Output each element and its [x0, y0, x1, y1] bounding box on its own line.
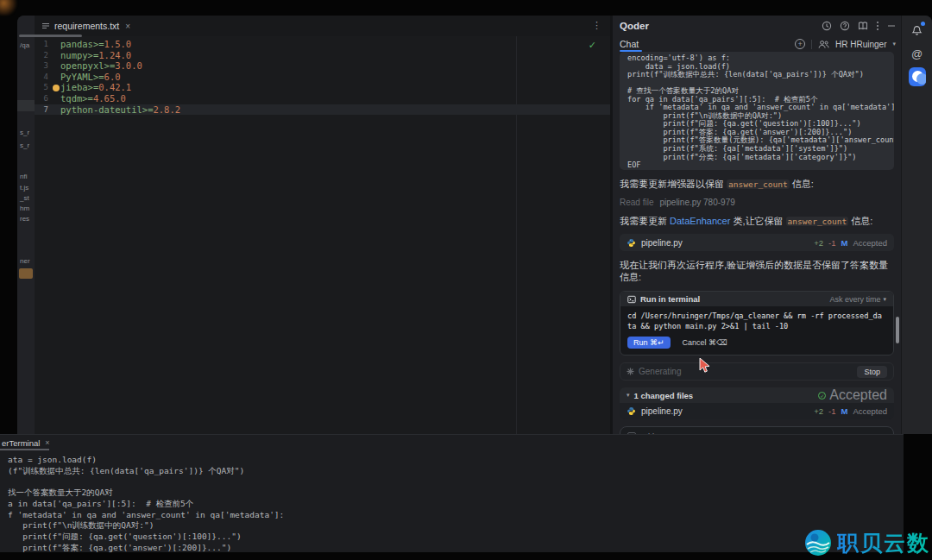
assistant-app-icon[interactable] [909, 68, 926, 85]
line-text: python-dateutil>=2.8.2 [60, 104, 180, 116]
changed-files-header[interactable]: ▾ 1 changed files ✓ Accepted [620, 387, 894, 403]
terminal-tabbar: erTerminal × [0, 435, 904, 450]
diff-added: +2 [814, 406, 823, 416]
editor-line[interactable]: 6tqdm>=4.65.0 [35, 93, 610, 104]
chat-scrollbar[interactable] [896, 317, 899, 343]
terminal-output[interactable]: ata = json.load(f)(f"训练数据中总共: {len(data[… [0, 450, 904, 552]
message-text: 信息: [848, 216, 872, 226]
chat-tabsrow: Chat + HR HRuinger ▾ [613, 36, 901, 52]
watermark: 职贝云数 [803, 527, 930, 558]
editor-line[interactable]: 5jieba>=0.42.1 [35, 82, 610, 93]
explorer-selected-row[interactable] [17, 100, 35, 111]
explorer-item-fragment[interactable]: /qa [20, 41, 29, 49]
hide-panel-icon[interactable] [887, 22, 896, 30]
symbol-link[interactable]: DataEnhancer [670, 216, 730, 226]
cancel-button[interactable]: Cancel ⌘⌫ [683, 338, 727, 347]
explorer-item-fragment[interactable]: s_r [20, 129, 29, 136]
text-file-icon [41, 22, 50, 30]
terminal-panel[interactable]: erTerminal × ata = json.load(f)(f"训练数据中总… [0, 434, 904, 552]
chat-input-box[interactable]: + Add Context Continue or "/" to start a… [620, 426, 894, 434]
editor-line[interactable]: 2numpy>=1.24.0 [35, 50, 610, 61]
tab-close-icon[interactable]: × [125, 22, 130, 31]
chevron-down-icon[interactable]: ▾ [892, 41, 896, 47]
collapse-icon[interactable]: ▾ [627, 392, 630, 399]
watermark-logo [803, 527, 834, 558]
divider [811, 40, 812, 49]
explorer-item-fragment[interactable]: res [20, 215, 29, 223]
chat-message-list[interactable]: encoding='utf-8') as f: data = json.load… [613, 52, 901, 434]
terminal-tab-indicator [0, 449, 49, 450]
terminal-line: print(f"\n训练数据中的QA对:") [8, 520, 904, 532]
new-chat-icon[interactable]: + [795, 39, 805, 49]
terminal-line: ata = json.load(f) [8, 455, 904, 466]
changed-files-section: ▾ 1 changed files ✓ Accepted pipeline.py… [620, 387, 894, 419]
panel-title: Qoder [620, 21, 649, 31]
history-icon[interactable] [822, 21, 832, 31]
qoder-chat-panel: Qoder Chat + HR HRuinger ▾ [613, 16, 901, 434]
book-icon[interactable] [858, 21, 868, 31]
read-file-label: Read file [620, 198, 653, 207]
read-file-row[interactable]: Read file pipeline.py 780-979 [620, 198, 894, 207]
tab-chat[interactable]: Chat [620, 39, 639, 49]
changed-file-row[interactable]: pipeline.py +2 -1 M Accepted [620, 403, 894, 419]
terminal-tab-close-icon[interactable]: × [45, 438, 49, 447]
file-explorer-sliver[interactable]: /qas_rs_rnfit.js_sthmresner [17, 16, 35, 434]
editor-line[interactable]: 7python-dateutil>=2.8.2 [35, 104, 610, 116]
mentions-icon[interactable]: @ [909, 45, 926, 62]
line-text: PyYAML>=6.0 [60, 72, 121, 83]
editor-line[interactable]: 3openpyxl>=3.0.0 [35, 60, 610, 72]
code-line: print(f"训练数据中总共: {len(data['qa_pairs'])}… [627, 71, 894, 79]
assistant-message: 现在让我们再次运行程序,验证增强后的数据是否保留了答案数量信息: [620, 259, 894, 283]
spinner-icon [627, 368, 634, 375]
lint-ok-icon: ✓ [589, 40, 596, 51]
more-icon[interactable] [876, 21, 879, 31]
python-file-icon [627, 238, 636, 248]
user-account-label[interactable]: HR HRuinger [835, 40, 886, 49]
assistant-code-block: encoding='utf-8') as f: data = json.load… [620, 52, 894, 170]
modified-badge: M [841, 406, 847, 416]
explorer-item-fragment[interactable]: _st [20, 194, 29, 202]
code-line: print(f"分类: {qa['metadata']['category']}… [627, 154, 894, 162]
diff-removed: -1 [828, 406, 835, 416]
tab-title: requirements.txt [54, 21, 119, 31]
desktop-glow [0, 0, 17, 16]
run-card-header: Run in terminal Ask every time▾ [620, 292, 893, 306]
line-number: 7 [35, 104, 48, 116]
code-area[interactable]: 1pandas>=1.5.02numpy>=1.24.03openpyxl>=3… [35, 36, 610, 434]
diff-removed: -1 [828, 238, 835, 248]
editor-pane: requirements.txt × ⋮ 1pandas>=1.5.02nump… [35, 16, 610, 434]
tabbar-more-icon[interactable]: ⋮ [592, 20, 601, 31]
editor-line[interactable]: 4PyYAML>=6.0 [35, 72, 610, 83]
tab-requirements-txt[interactable]: requirements.txt × [35, 16, 139, 36]
message-text: 我需要更新增强器以保留 [620, 179, 727, 189]
message-text: 现在让我们再次运行程序,验证增强后的数据是否保留了答案数量信息: [620, 260, 888, 282]
changed-file-card[interactable]: pipeline.py +2 -1 M Accepted [620, 234, 894, 251]
terminal-tab[interactable]: erTerminal [2, 438, 40, 448]
explorer-item-fragment[interactable]: hm [20, 204, 29, 212]
generating-bar: Generating Stop [620, 362, 894, 381]
explorer-item-fragment[interactable]: ner [20, 257, 30, 265]
help-icon[interactable] [840, 21, 850, 31]
ide-window: /qas_rs_rnfit.js_sthmresner requirements… [17, 16, 932, 434]
accepted-all-status[interactable]: Accepted [829, 387, 887, 403]
notifications-bell-icon[interactable] [909, 22, 926, 39]
run-mode-dropdown[interactable]: Ask every time▾ [829, 295, 886, 304]
tab-scroll-indicator[interactable] [19, 35, 82, 37]
explorer-item-fragment[interactable]: nfi [20, 173, 27, 180]
explorer-item-fragment[interactable]: s_r [20, 142, 29, 149]
stop-button[interactable]: Stop [857, 366, 887, 378]
editor-line[interactable]: 1pandas>=1.5.0 [35, 39, 610, 50]
line-text: numpy>=1.24.0 [60, 50, 131, 61]
run-button[interactable]: Run ⌘↵ [627, 337, 671, 349]
explorer-highlighted-folder[interactable] [19, 268, 33, 279]
run-card-title: Run in terminal [640, 294, 700, 304]
people-icon [818, 40, 829, 49]
modified-badge: M [841, 238, 847, 248]
line-number: 2 [35, 50, 48, 61]
explorer-item-fragment[interactable]: t.js [20, 184, 28, 192]
accepted-check-icon: ✓ [818, 392, 826, 400]
message-text: 我需要更新 [620, 216, 670, 226]
line-number: 3 [35, 60, 48, 72]
terminal-line: print(f"问题: {qa.get('question')[:100]}..… [8, 532, 904, 543]
terminal-line: a in data['qa_pairs'][:5]: # 检查前5个 [8, 499, 904, 510]
